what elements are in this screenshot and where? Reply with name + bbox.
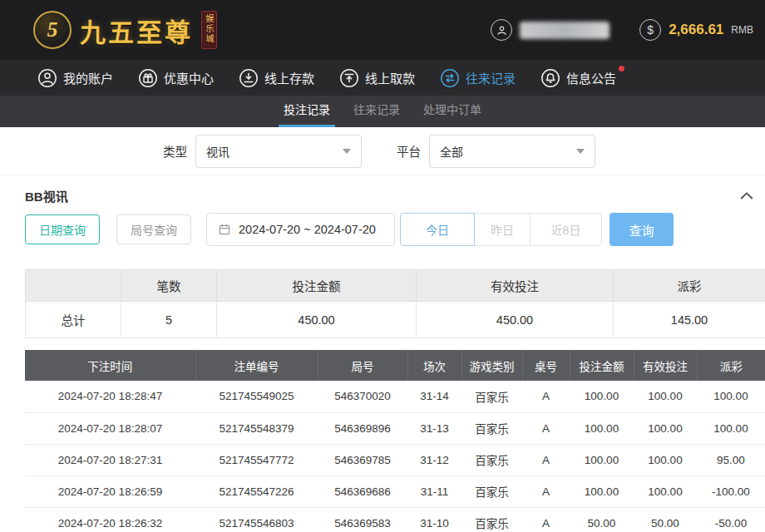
dollar-icon: $	[639, 19, 661, 41]
tab-processing-orders[interactable]: 处理中订单	[418, 96, 486, 127]
tab-transaction-records[interactable]: 往来记录	[348, 96, 405, 127]
summary-header-payout: 派彩	[614, 270, 765, 302]
cell-session: 31-11	[407, 475, 461, 507]
nav-item-deposit[interactable]: 线上存款	[239, 68, 314, 88]
gift-icon	[138, 68, 158, 88]
summary-payout: 145.00	[614, 302, 765, 338]
cell-round-no: 546369686	[318, 475, 407, 507]
date-range-value: 2024-07-20 ~ 2024-07-20	[239, 223, 376, 236]
cell-bet-id: 521745548379	[195, 412, 318, 444]
collapse-chevron-up-icon[interactable]	[740, 189, 753, 204]
balance[interactable]: $ 2,666.61 RMB	[639, 19, 753, 41]
nav-item-announcements[interactable]: 信息公告	[540, 68, 616, 88]
site-logo[interactable]: 5 九五至尊 娱乐城	[33, 11, 217, 49]
cell-table-no: A	[522, 412, 570, 444]
col-session: 场次	[407, 350, 461, 381]
cell-game-type: 百家乐	[461, 381, 522, 412]
type-label: 类型	[163, 142, 187, 160]
summary-total-row: 总计 5 450.00 450.00 145.00	[26, 302, 765, 338]
nav-item-records[interactable]: 往来记录	[440, 68, 516, 88]
col-round-no: 局号	[318, 350, 407, 381]
type-select-value: 视讯	[206, 143, 230, 160]
logo-title: 九五至尊	[80, 12, 193, 49]
cell-payout: -50.00	[697, 507, 765, 532]
nav-label: 线上取款	[365, 69, 415, 86]
cell-bet-time: 2024-07-20 18:28:47	[25, 381, 195, 412]
cell-session: 31-13	[407, 412, 461, 444]
username-redacted	[520, 22, 610, 39]
user-icon	[491, 19, 512, 41]
table-row: 2024-07-20 18:28:07 521745548379 5463698…	[25, 412, 765, 444]
nav-item-promotions[interactable]: 优惠中心	[138, 68, 214, 88]
cell-valid-bet: 100.00	[634, 444, 697, 475]
table-row: 2024-07-20 18:26:59 521745547226 5463696…	[25, 475, 765, 507]
today-button[interactable]: 今日	[400, 213, 475, 246]
cell-payout: -100.00	[697, 475, 765, 507]
cell-session: 31-14	[407, 381, 461, 412]
nav-item-withdraw[interactable]: 线上取款	[339, 68, 415, 88]
col-game-type: 游戏类别	[461, 350, 522, 381]
nav-label: 信息公告	[566, 69, 616, 86]
summary-header-count: 笔数	[121, 270, 217, 302]
col-bet-time: 下注时间	[25, 350, 195, 381]
col-table-no: 桌号	[522, 350, 570, 381]
user-account[interactable]	[491, 19, 610, 41]
cell-bet-time: 2024-07-20 18:27:31	[25, 444, 195, 475]
cell-table-no: A	[522, 507, 570, 532]
cell-table-no: A	[522, 444, 570, 475]
date-range-input[interactable]: 2024-07-20 ~ 2024-07-20	[206, 213, 395, 246]
cell-payout: 100.00	[697, 412, 765, 444]
cell-table-no: A	[522, 381, 570, 412]
cell-bet-amount-link[interactable]: 50.00	[570, 507, 634, 532]
bet-records-table: 下注时间 注单编号 局号 场次 游戏类别 桌号 投注金额 有效投注 派彩 202…	[25, 350, 765, 532]
cell-game-type: 百家乐	[461, 444, 522, 475]
table-row: 2024-07-20 18:27:31 521745547772 5463697…	[25, 444, 765, 475]
cell-game-type: 百家乐	[461, 475, 522, 507]
cell-bet-amount-link[interactable]: 100.00	[570, 412, 634, 444]
nav-label: 线上存款	[264, 69, 314, 86]
nav-item-my-account[interactable]: 我的账户	[37, 68, 113, 88]
summary-header-empty	[26, 270, 121, 302]
main-navigation: 我的账户 优惠中心 线上存款 线上取款 往来记录 信息公告	[0, 60, 765, 96]
summary-header-valid-bet: 有效投注	[417, 270, 614, 302]
section-header: BB视讯	[0, 175, 765, 211]
cell-bet-amount-link[interactable]: 100.00	[570, 444, 634, 475]
cell-bet-time: 2024-07-20 18:26:59	[25, 475, 195, 507]
cell-bet-time: 2024-07-20 18:26:32	[25, 507, 195, 532]
cell-bet-id: 521745547226	[195, 475, 318, 507]
notification-dot	[619, 66, 624, 71]
summary-valid-bet: 450.00	[417, 302, 614, 338]
cell-round-no: 546370020	[318, 381, 407, 412]
summary-header-bet-amount: 投注金额	[217, 270, 417, 302]
search-button[interactable]: 查询	[610, 213, 674, 246]
last-8-days-button[interactable]: 近8日	[530, 213, 602, 246]
type-select[interactable]: 视讯	[195, 135, 362, 168]
platform-label: 平台	[397, 142, 421, 160]
cell-game-type: 百家乐	[461, 507, 522, 532]
round-query-button[interactable]: 局号查询	[116, 214, 191, 244]
date-query-button[interactable]: 日期查询	[25, 214, 100, 244]
col-bet-id: 注单编号	[195, 350, 318, 381]
cell-bet-id: 521745546803	[195, 507, 318, 532]
cell-valid-bet: 100.00	[634, 475, 697, 507]
records-icon	[440, 68, 460, 88]
cell-session: 31-10	[407, 507, 461, 532]
table-row: 2024-07-20 18:28:47 521745549025 5463700…	[25, 381, 765, 412]
cell-valid-bet: 50.00	[634, 507, 697, 532]
summary-header-row: 笔数 投注金额 有效投注 派彩	[26, 270, 765, 302]
topbar: 5 九五至尊 娱乐城 $ 2,666.61 RMB	[0, 0, 765, 60]
calendar-icon	[218, 223, 231, 236]
cell-session: 31-12	[407, 444, 461, 475]
cell-game-type: 百家乐	[461, 412, 522, 444]
cell-round-no: 546369785	[318, 444, 407, 475]
cell-bet-id: 521745547772	[195, 444, 318, 475]
summary-total-label: 总计	[26, 302, 121, 338]
cell-bet-amount-link[interactable]: 100.00	[570, 475, 634, 507]
platform-select[interactable]: 全部	[429, 135, 595, 168]
yesterday-button[interactable]: 昨日	[474, 213, 531, 246]
query-toolbar: 日期查询 局号查询 2024-07-20 ~ 2024-07-20 今日 昨日 …	[0, 211, 765, 259]
cell-bet-id: 521745549025	[195, 381, 318, 412]
col-bet-amount: 投注金额	[570, 350, 634, 381]
tab-betting-records[interactable]: 投注记录	[279, 96, 335, 127]
cell-bet-amount-link[interactable]: 100.00	[570, 381, 634, 412]
